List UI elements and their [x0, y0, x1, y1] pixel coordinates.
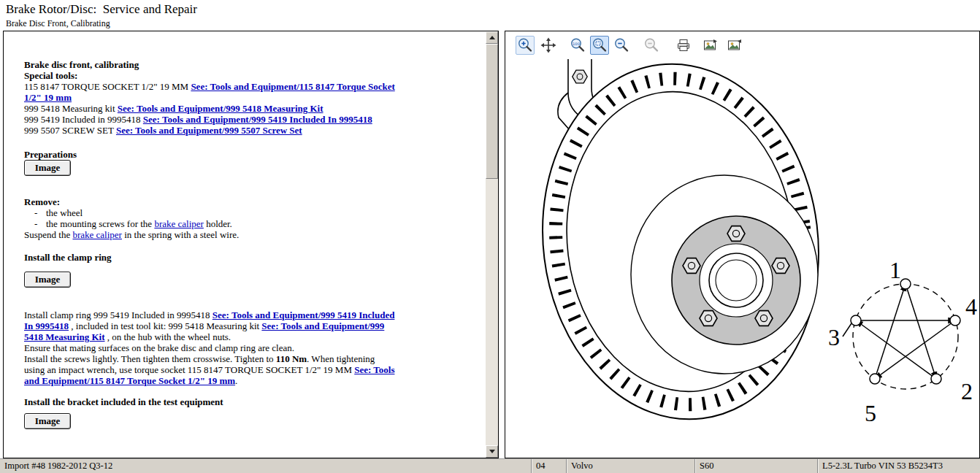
- print-button[interactable]: [674, 36, 693, 55]
- list-dash: -: [24, 218, 46, 229]
- zoom-out-icon: [613, 37, 629, 53]
- triangle-up-icon: [489, 36, 495, 39]
- ensure-line: Ensure that mating surfaces on the brake…: [24, 342, 397, 353]
- remove-section: Remove: - the wheel - the mounting screw…: [24, 196, 397, 240]
- copy-image-button[interactable]: [700, 36, 719, 55]
- zoom-in-icon: [517, 37, 533, 53]
- remove-label: Remove:: [24, 196, 397, 207]
- document-panel: Brake disc front, calibrating Special to…: [3, 31, 499, 458]
- sequence-bolt-4: [950, 315, 960, 326]
- scroll-down-button[interactable]: [486, 445, 498, 458]
- status-import: Import #48 1982-2012 Q3-12: [0, 459, 532, 473]
- status-code: 04: [532, 459, 567, 473]
- tool-text: 115 8147 TORQUE SOCKET 1/2" 19 MM: [24, 81, 191, 92]
- tool-text: 999 5507 SCREW SET: [24, 125, 116, 136]
- image-button[interactable]: Image: [24, 413, 71, 429]
- suspend-line: Suspend the brake caliper in the spring …: [24, 229, 397, 240]
- sequence-bolt-5: [870, 374, 880, 384]
- page-subtitle: Brake Disc Front, Calibrating: [6, 18, 110, 29]
- status-make: Volvo: [567, 459, 695, 473]
- triangle-down-icon: [489, 450, 495, 453]
- bracket-heading: Install the bracket included in the test…: [24, 396, 397, 407]
- illustration-panel: 100: [505, 31, 980, 458]
- print-icon: [675, 37, 692, 53]
- tool-line: 999 5419 Included in 9995418 See: Tools …: [24, 114, 397, 125]
- wheel-stud: [755, 311, 773, 326]
- zoom-previous-button[interactable]: [642, 36, 661, 55]
- copy-image-icon: [702, 37, 718, 53]
- list-dash: -: [24, 207, 46, 218]
- zoom-100-button[interactable]: 100: [568, 36, 587, 55]
- image-button[interactable]: Image: [24, 272, 71, 288]
- tightening-sequence-diagram: 1 4 2 5 3: [828, 257, 977, 426]
- rotor-hub: [631, 175, 818, 374]
- document-content: Brake disc front, calibrating Special to…: [4, 31, 397, 458]
- tool-link[interactable]: See: Tools and Equipment/999 5419 Includ…: [143, 114, 372, 125]
- wheel-stud: [683, 258, 700, 274]
- doc-heading: Brake disc front, calibrating: [24, 59, 397, 70]
- page-title: Brake Rotor/Disc: Service and Repair: [6, 2, 197, 17]
- scroll-up-button[interactable]: [486, 31, 498, 44]
- svg-text:100: 100: [573, 42, 580, 46]
- torque-value: 110 Nm: [276, 353, 307, 364]
- vertical-scrollbar[interactable]: [486, 31, 498, 458]
- tool-line: 999 5507 SCREW SET See: Tools and Equipm…: [24, 125, 397, 136]
- status-bar: Import #48 1982-2012 Q3-12 04 Volvo S60 …: [0, 458, 980, 473]
- tool-text: 999 5419 Included in 9995418: [24, 114, 143, 125]
- brake-caliper-link[interactable]: brake caliper: [154, 218, 203, 229]
- sequence-bolt-1: [900, 279, 911, 289]
- list-text: the mounting screws for the brake calipe…: [46, 218, 232, 229]
- tool-link[interactable]: See: Tools and Equipment/999 5418 Measur…: [118, 103, 324, 114]
- sequence-number-3: 3: [828, 324, 840, 350]
- tool-text: 999 5418 Measuring kit: [24, 103, 118, 114]
- list-text: the wheel: [46, 207, 83, 218]
- tool-link[interactable]: See: Tools and Equipment/999 5507 Screw …: [116, 125, 302, 136]
- zoom-out-button[interactable]: [612, 36, 631, 55]
- zoom-100-icon: 100: [570, 37, 586, 53]
- sequence-number-1: 1: [889, 257, 901, 283]
- status-model: S60: [695, 459, 818, 473]
- special-tools-label: Special tools:: [24, 70, 397, 81]
- pan-icon: [540, 37, 556, 53]
- status-engine: L5-2.3L Turbo VIN 53 B5234T3: [818, 459, 980, 473]
- special-tools-list: 115 8147 TORQUE SOCKET 1/2" 19 MM See: T…: [24, 81, 397, 136]
- image-toolbar: 100: [505, 31, 979, 59]
- zoom-in-button[interactable]: [516, 36, 535, 55]
- wheel-stud: [772, 258, 789, 274]
- image-button[interactable]: Image: [24, 160, 71, 176]
- sequence-number-2: 2: [961, 378, 973, 404]
- sequence-bolt-3: [851, 315, 861, 326]
- save-image-icon: [726, 37, 742, 53]
- install-paragraph: Install clamp ring 999 5419 Included in …: [24, 309, 397, 342]
- brake-disc-illustration: 1 4 2 5 3: [505, 59, 979, 458]
- brake-caliper-link[interactable]: brake caliper: [72, 229, 121, 240]
- preparations-label: Preparations: [24, 149, 397, 160]
- scroll-thumb[interactable]: [486, 44, 498, 179]
- sequence-bolt-2: [931, 374, 941, 384]
- list-item: - the mounting screws for the brake cali…: [24, 218, 397, 229]
- header: Brake Rotor/Disc: Service and Repair Bra…: [0, 0, 980, 30]
- tighten-paragraph: Install the screws lightly. Then tighten…: [24, 353, 397, 386]
- sequence-number-5: 5: [865, 400, 876, 426]
- wheel-stud: [700, 311, 717, 326]
- zoom-region-button[interactable]: [590, 36, 609, 55]
- wheel-stud: [727, 226, 745, 242]
- zoom-region-icon: [592, 37, 608, 53]
- pan-button[interactable]: [539, 36, 558, 55]
- tool-line: 115 8147 TORQUE SOCKET 1/2" 19 MM See: T…: [24, 81, 397, 103]
- save-image-button[interactable]: [724, 36, 743, 55]
- zoom-previous-icon: [643, 37, 659, 53]
- sequence-number-4: 4: [965, 293, 977, 320]
- clamp-ring-heading: Install the clamp ring: [24, 252, 397, 263]
- tool-line: 999 5418 Measuring kit See: Tools and Eq…: [24, 103, 397, 114]
- list-item: - the wheel: [24, 207, 397, 218]
- app-window: Brake Rotor/Disc: Service and Repair Bra…: [0, 0, 980, 473]
